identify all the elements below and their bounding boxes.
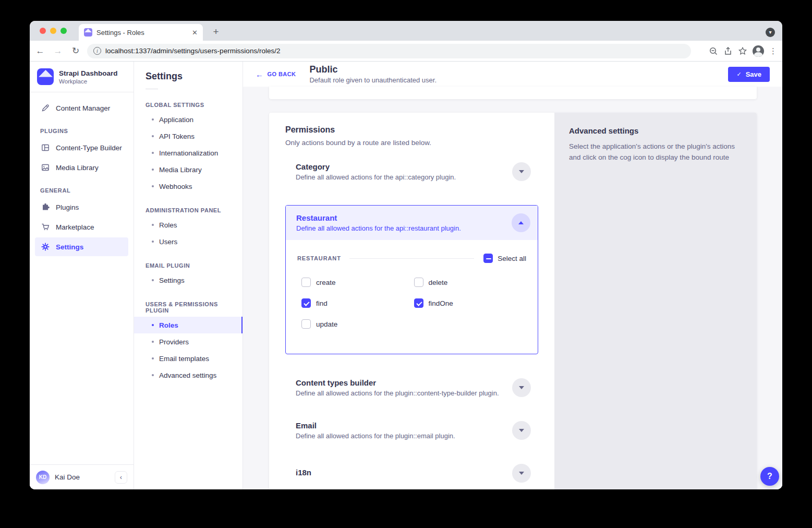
checkbox-findone[interactable] [414,298,423,308]
help-button[interactable]: ? [760,467,779,486]
browser-profile-avatar[interactable] [753,45,764,57]
check-icon: ✓ [736,71,741,78]
sidebar-item-media-library[interactable]: Media Library [35,158,128,177]
workspace-name: Strapi Dashboard [59,69,118,77]
go-back-link[interactable]: ← GO BACK [256,70,296,79]
permissions-title: Permissions [285,125,538,135]
subnav-item-admin-roles[interactable]: Roles [134,217,243,233]
share-icon[interactable] [723,46,733,56]
subnav-item-email-settings[interactable]: Settings [134,272,243,289]
expand-i18n-button[interactable] [512,464,531,483]
subnav-item-label: Application [159,116,193,124]
url-text[interactable]: localhost:1337/admin/settings/users-perm… [105,47,280,55]
user-avatar[interactable]: KD [36,471,50,484]
advanced-settings-title: Advanced settings [569,126,744,135]
select-all-checkbox[interactable] [483,254,493,263]
expand-email-button[interactable] [512,421,531,440]
sidebar-item-plugins[interactable]: Plugins [35,198,128,217]
site-info-icon[interactable]: i [93,47,101,55]
sidebar-item-content-manager[interactable]: Content Manager [35,99,128,117]
reload-icon[interactable]: ↻ [68,44,83,58]
permission-delete[interactable]: delete [414,278,527,287]
permission-findone[interactable]: findOne [414,298,527,308]
tab-close-icon[interactable]: ✕ [192,29,198,37]
bullet-icon [152,241,154,243]
subnav-item-admin-users[interactable]: Users [134,233,243,250]
page-title: Public [309,64,437,75]
address-bar[interactable]: i localhost:1337/admin/settings/users-pe… [87,44,691,58]
accordion-email[interactable]: Email Define all allowed actions for the… [285,421,538,440]
checkbox-find[interactable] [301,298,311,308]
subnav-item-advanced-settings[interactable]: Advanced settings [134,367,243,383]
advanced-settings-panel: Advanced settings Select the application… [554,113,757,489]
accordion-i18n[interactable]: i18n [285,464,538,483]
permission-update[interactable]: update [301,319,414,329]
back-icon[interactable]: ← [33,44,47,58]
subnav-item-email-templates[interactable]: Email templates [134,350,243,367]
tab-search-icon[interactable]: ▾ [766,28,775,37]
expand-content-types-builder-button[interactable] [512,378,531,397]
permissions-panel: Permissions Only actions bound by a rout… [269,113,554,489]
accordion-description: Define all allowed actions for the api::… [296,173,512,181]
subnav-item-media-library[interactable]: Media Library [134,161,243,178]
checkbox-label: update [316,320,337,328]
bookmark-star-icon[interactable] [738,46,747,56]
checkbox-update[interactable] [301,319,311,329]
save-button[interactable]: ✓ Save [728,67,770,82]
sidebar-item-label: Content Manager [56,104,110,112]
subnav-item-internationalization[interactable]: Internationalization [134,145,243,161]
subnav-item-providers[interactable]: Providers [134,333,243,350]
checkbox-label: findOne [429,299,453,307]
browser-window: Settings - Roles ✕ + ▾ ← → ↻ i localhost… [30,21,782,489]
subnav-section-global-settings: GLOBAL SETTINGS [146,102,243,108]
accordion-description: Define all allowed actions for the plugi… [296,432,512,440]
collapse-restaurant-button[interactable] [512,213,530,232]
chevron-down-icon [519,386,524,389]
subnav-item-label: Providers [159,338,189,346]
sidebar-item-marketplace[interactable]: Marketplace [35,218,128,236]
accordion-description: Define all allowed actions for the plugi… [296,389,512,397]
subnav-item-label: API Tokens [159,133,195,140]
expand-category-button[interactable] [512,162,531,181]
accordion-category[interactable]: Category Define all allowed actions for … [285,162,538,181]
strapi-logo-icon [37,68,54,85]
permission-create[interactable]: create [301,278,414,287]
close-window-button[interactable] [40,28,46,34]
browser-menu-icon[interactable]: ⋮ [769,46,777,56]
subnav-item-up-roles[interactable]: Roles [134,317,243,333]
subnav-item-label: Webhooks [159,183,192,190]
permissions-subtitle: Only actions bound by a route are listed… [285,139,538,147]
fullscreen-window-button[interactable] [60,28,67,34]
accordion-title: Restaurant [296,213,512,222]
permission-find[interactable]: find [301,298,414,308]
workspace-subtitle: Workplace [59,78,118,85]
sidebar-item-content-type-builder[interactable]: Content-Type Builder [35,138,128,157]
subnav-item-application[interactable]: Application [134,111,243,128]
accordion-content-types-builder[interactable]: Content types builder Define all allowed… [285,378,538,397]
subnav-item-label: Roles [159,221,177,229]
subnav-item-webhooks[interactable]: Webhooks [134,178,243,195]
sidebar-item-label: Content-Type Builder [56,144,122,152]
new-tab-button[interactable]: + [209,26,223,39]
subnav-item-label: Internationalization [159,149,218,157]
picture-icon [41,163,50,172]
workspace-brand[interactable]: Strapi Dashboard Workplace [30,62,134,92]
subnav-item-label: Roles [159,321,178,329]
sidebar-item-label: Plugins [56,203,79,211]
checkbox-delete[interactable] [414,278,423,287]
checkbox-create[interactable] [301,278,311,287]
sidebar-item-settings[interactable]: Settings [35,237,128,256]
subnav-section-email-plugin: EMAIL PLUGIN [146,262,243,269]
subnav-item-api-tokens[interactable]: API Tokens [134,128,243,145]
subnav-item-label: Email templates [159,355,209,363]
browser-tab[interactable]: Settings - Roles ✕ [79,24,203,41]
minimize-window-button[interactable] [50,28,56,34]
window-controls [40,28,67,34]
divider [349,258,474,259]
collapse-sidebar-button[interactable]: ‹ [115,471,127,484]
accordion-title: Category [296,162,512,171]
zoom-out-icon[interactable] [709,46,718,56]
save-button-label: Save [746,70,761,78]
forward-icon: → [51,44,65,58]
accordion-restaurant-header[interactable]: Restaurant Define all allowed actions fo… [286,206,538,240]
